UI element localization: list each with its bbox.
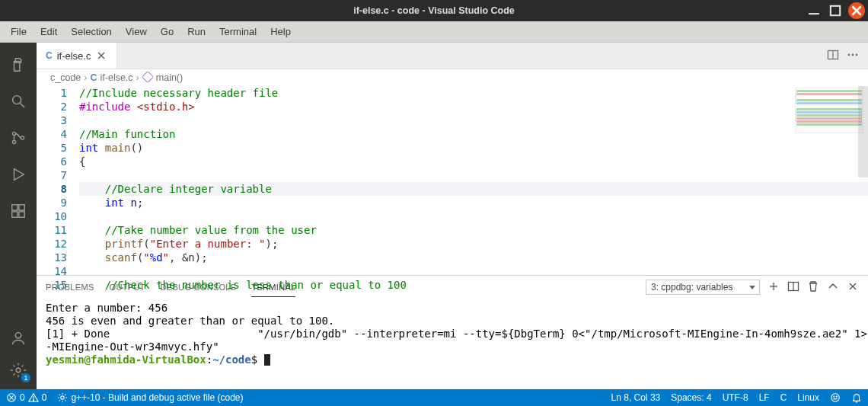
split-editor-icon[interactable]: [827, 49, 839, 63]
editor-tabs: C if-else.c: [37, 43, 868, 69]
extensions-icon[interactable]: [0, 195, 37, 227]
menu-go[interactable]: Go: [155, 24, 180, 40]
menu-view[interactable]: View: [120, 24, 153, 40]
breadcrumb-symbol[interactable]: main(): [156, 72, 183, 83]
terminal-selector[interactable]: 3: cppdbg: variables: [646, 280, 760, 295]
status-encoding[interactable]: UTF-8: [723, 392, 748, 403]
tab-close-icon[interactable]: [95, 50, 107, 62]
svg-point-8: [21, 136, 24, 139]
scrollbar-thumb[interactable]: [858, 86, 868, 177]
source-control-icon[interactable]: [0, 122, 37, 154]
svg-point-7: [12, 140, 15, 143]
svg-rect-11: [19, 205, 24, 210]
more-actions-icon[interactable]: [847, 49, 859, 63]
svg-marker-9: [14, 169, 24, 181]
line-number-gutter: 1 2 3 4 5 6 7 8 9 10 11 12 13 14 15: [37, 86, 79, 275]
status-build-task[interactable]: g++-10 - Build and debug active file (co…: [57, 392, 243, 403]
svg-rect-1: [831, 6, 840, 15]
svg-rect-13: [19, 212, 24, 217]
svg-point-37: [834, 396, 834, 397]
terminal-output[interactable]: Enter a number: 456456 is even and great…: [37, 299, 868, 389]
svg-point-36: [831, 394, 840, 402]
status-eol[interactable]: LF: [759, 392, 770, 403]
menu-run[interactable]: Run: [181, 24, 212, 40]
window-controls: [806, 2, 865, 19]
svg-point-6: [12, 132, 15, 135]
svg-rect-23: [142, 72, 153, 82]
minimize-button[interactable]: [806, 2, 822, 19]
svg-rect-12: [12, 212, 18, 217]
code-editor[interactable]: 1 2 3 4 5 6 7 8 9 10 11 12 13 14 15 //In…: [37, 86, 868, 275]
terminal-prompt-path: ~/code: [212, 353, 251, 366]
menu-edit[interactable]: Edit: [34, 24, 63, 40]
manage-icon[interactable]: 1: [0, 354, 37, 386]
chevron-right-icon: ›: [136, 72, 139, 83]
window-title: if-else.c - code - Visual Studio Code: [0, 5, 868, 16]
status-cursor-position[interactable]: Ln 8, Col 33: [611, 392, 661, 403]
svg-point-15: [16, 368, 21, 372]
run-debug-icon[interactable]: [0, 158, 37, 190]
menu-help[interactable]: Help: [264, 24, 297, 40]
explorer-icon[interactable]: [0, 49, 37, 81]
file-lang-icon: C: [46, 50, 53, 61]
svg-point-35: [61, 396, 64, 399]
svg-point-14: [15, 333, 21, 338]
menu-terminal[interactable]: Terminal: [213, 24, 263, 40]
symbol-icon: [142, 72, 153, 85]
menu-file[interactable]: File: [5, 24, 33, 40]
editor-tab-if-else[interactable]: C if-else.c: [37, 43, 117, 69]
maximize-button[interactable]: [827, 2, 844, 19]
bottom-panel: PROBLEMS OUTPUT DEBUG CONSOLE TERMINAL 3…: [37, 275, 868, 389]
search-icon[interactable]: [0, 85, 37, 117]
terminal-cursor: [264, 354, 270, 366]
breadcrumb-file[interactable]: if-else.c: [101, 72, 133, 83]
accounts-icon[interactable]: [0, 322, 37, 354]
svg-line-5: [21, 104, 25, 108]
svg-point-4: [13, 96, 21, 104]
svg-point-22: [856, 53, 858, 56]
terminal-prompt-user: yesmin@fahmida-VirtualBox: [46, 353, 206, 366]
svg-point-20: [848, 53, 850, 56]
status-language[interactable]: C: [780, 392, 787, 403]
feedback-icon[interactable]: [830, 392, 841, 403]
tab-label: if-else.c: [57, 50, 91, 62]
close-button[interactable]: [848, 2, 865, 19]
svg-rect-10: [12, 205, 18, 210]
chevron-right-icon: ›: [84, 72, 87, 83]
menu-bar: File Edit Selection View Go Run Terminal…: [0, 21, 868, 43]
menu-selection[interactable]: Selection: [65, 24, 117, 40]
vertical-scrollbar[interactable]: [858, 86, 868, 275]
file-lang-icon: C: [90, 72, 97, 83]
minimap[interactable]: [795, 88, 863, 133]
manage-badge: 1: [21, 372, 31, 383]
status-problems[interactable]: 0 0: [6, 392, 46, 403]
svg-point-21: [852, 53, 854, 56]
breadcrumb-folder[interactable]: c_code: [50, 72, 81, 83]
status-bar: 0 0 g++-10 - Build and debug active file…: [0, 389, 868, 406]
svg-point-34: [33, 400, 34, 401]
code-lines[interactable]: //Include necessary header file #include…: [79, 86, 868, 275]
status-os[interactable]: Linux: [797, 392, 819, 403]
activity-bar: 1: [0, 43, 37, 389]
svg-point-38: [836, 396, 837, 397]
notifications-icon[interactable]: [851, 392, 862, 403]
breadcrumb[interactable]: c_code › C if-else.c › main(): [37, 69, 868, 86]
window-titlebar: if-else.c - code - Visual Studio Code: [0, 0, 868, 21]
status-indentation[interactable]: Spaces: 4: [671, 392, 711, 403]
